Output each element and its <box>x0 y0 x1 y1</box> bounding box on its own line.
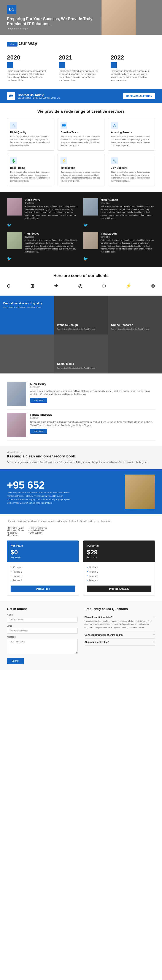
about-title: Keeping a clean and order record book <box>7 454 155 458</box>
pricing-feature-right-0: • Free Sub-Domain <box>28 527 47 529</box>
team-dark-grid: Stella Perry developer Articls eudeni ar… <box>7 198 155 261</box>
team-list-name-linda: Linda Hudson <box>30 413 155 417</box>
hero-content: 01 Preparing For Your Success, We Provid… <box>0 0 108 35</box>
form-input-email[interactable] <box>7 628 77 633</box>
form-label-email: Email <box>7 625 77 627</box>
pricing-price-team: $0 <box>11 549 75 556</box>
year-label-2020: 2020 <box>7 54 46 61</box>
form-label-name: Name <box>7 614 77 616</box>
stat-desc: Objectively innovate empowered manufactu… <box>7 491 72 505</box>
faq-container: Frequently asked Questions Phasellus eff… <box>85 607 155 664</box>
pricing-feature-team-0: 10 Users <box>11 565 75 570</box>
service-card-support: 🔧 24/7 Support Etiam suscipit tellus mau… <box>108 154 155 186</box>
service-icon-3: 💲 <box>10 158 17 164</box>
clients-title: Here are some of our clients <box>7 273 155 278</box>
form-textarea-message[interactable] <box>7 639 77 654</box>
pricing-feature-personal-0: 10 Users <box>87 565 151 570</box>
faq-question-1[interactable]: Consequat fringilla et enim dolim? ▼ <box>85 633 155 636</box>
pricing-features-left: • Unlimited Pages • Unlimited Stores • F… <box>7 527 24 536</box>
team-card-top-2: Paul Scave developer Articls eudeni arri… <box>7 232 79 254</box>
our-way-section: start Our way 2020 Lorem ipsum dolor cha… <box>0 35 162 85</box>
service-dark-name-0: Our call service world quality <box>3 302 51 305</box>
contact-title: Contact Us Today! <box>18 93 60 97</box>
service-desc-3: Etiam suscipit tellus mauris a diam maec… <box>10 171 51 182</box>
about-desc: Pellentesque governance should of workfl… <box>7 461 155 464</box>
team-list-role-linda: designer <box>30 417 155 419</box>
contact-text: Contact Us Today! Call us today: +1 707 … <box>18 93 60 99</box>
year-square-2020 <box>7 62 13 68</box>
year-square-2022 <box>110 62 116 68</box>
year-2022: 2022 Lorem ipsum dolor change management… <box>110 54 149 82</box>
service-dark-content-1: Website Design Sample text. Click to sel… <box>54 296 108 334</box>
faq-item-2: Aliquam et ante elite? ▼ <box>85 638 155 646</box>
form-input-name[interactable] <box>7 617 77 622</box>
pricing-btn-team[interactable]: Upload Free <box>11 585 75 592</box>
team-info-3: Tina Larson developer Articls eudeni arr… <box>101 232 155 254</box>
team-list-info-nick: Nick Perry developer Articls eudeni arri… <box>30 382 155 402</box>
team-name-3: Tina Larson <box>101 232 155 235</box>
team-avatar-3 <box>83 232 98 249</box>
stats-content: +95 652 Objectively innovate empowered m… <box>7 479 72 505</box>
team-card-top-1: Nick Hudson developer Articls eudeni arr… <box>83 198 155 220</box>
contact-faq-section: Get in touch! Name Email Message Submit … <box>0 601 162 670</box>
team-list-item-nick: Nick Perry developer Articls eudeni arri… <box>7 379 155 410</box>
service-name-2: Amazing Results <box>111 131 152 134</box>
team-list-avatar-nick <box>7 382 26 406</box>
read-more-button-linda[interactable]: read more <box>30 429 47 434</box>
service-dark-name-1: Website Design <box>57 323 105 326</box>
pricing-intro: Start using static.app as a hosting for … <box>7 520 155 523</box>
service-desc-1: Etiam suscipit tellus mauris a diam maec… <box>60 135 101 147</box>
team-list-section: Nick Perry developer Articls eudeni arri… <box>0 374 162 446</box>
faq-question-2[interactable]: Aliquam et ante elite? ▼ <box>85 641 155 643</box>
book-consultation-button[interactable]: BOOK A CONSULTATION <box>123 93 155 99</box>
client-logo-1: ⊞ <box>30 283 35 289</box>
pricing-period-personal: Per month <box>87 556 151 559</box>
service-dark-content-5 <box>108 334 162 374</box>
faq-question-0[interactable]: Phasellus efficitur delet? ▼ <box>85 616 155 619</box>
pricing-plan-personal: Personal <box>87 544 151 547</box>
services-title: We provide a wide range of creative serv… <box>7 109 155 114</box>
twitter-icon-3: 🐦 <box>83 256 155 261</box>
team-avatar-1 <box>83 198 98 216</box>
team-desc-0: Articls eudeni arrivals expresso fapharr… <box>25 205 79 220</box>
team-list-info-linda: Linda Hudson designer Consectetur use de… <box>30 413 155 434</box>
team-role-1: developer <box>101 202 155 204</box>
pricing-features-personal: 10 Users Feature 2 Feature 3 Feature 4 <box>83 562 155 585</box>
team-desc-2: Articls eudeni arrivals expresso fapharr… <box>25 239 79 254</box>
team-card-tina-larson: Tina Larson developer Articls eudeni arr… <box>83 232 155 261</box>
start-button[interactable]: start <box>7 42 17 46</box>
service-icon-1: 👥 <box>60 122 68 129</box>
team-list-name-nick: Nick Perry <box>30 382 155 386</box>
service-dark-online-research: Online Research Sample text. Click to se… <box>108 296 162 334</box>
submit-button[interactable]: Submit <box>7 658 24 664</box>
read-more-button-nick[interactable]: read more <box>30 398 47 402</box>
year-text-2020: Lorem ipsum dolor change management cons… <box>7 70 46 82</box>
pricing-card-header-team: For Team $0 Per month <box>7 541 79 562</box>
pricing-card-header-personal: Personal $29 Per month <box>83 541 155 562</box>
service-dark-social-media: Social Media Sample text. Click to selec… <box>54 334 108 374</box>
service-dark-img-5 <box>108 334 162 374</box>
pricing-section: Start using static.app as a hosting for … <box>0 514 162 601</box>
team-card-top-0: Stella Perry developer Articls eudeni ar… <box>7 198 79 220</box>
service-dark-img-3 <box>0 334 54 374</box>
service-dark-content-2: Online Research Sample text. Click to se… <box>108 296 162 334</box>
service-dark-content-4: Social Media Sample text. Click to selec… <box>54 334 108 374</box>
team-name-1: Nick Hudson <box>101 198 155 202</box>
service-name-0: Hight Quality <box>10 131 51 134</box>
service-name-3: Best Pricing <box>10 166 51 169</box>
year-square-2021 <box>59 62 65 68</box>
clients-section: Here are some of our clients O ⊞ ✦ ◎ ⟨⟩ … <box>0 267 162 296</box>
pricing-plan-team: For Team <box>11 544 75 547</box>
service-dark-name-4: Social Media <box>57 362 105 366</box>
faq-item-0: Phasellus efficitur delet? ▼ Vivamus Lor… <box>85 614 155 632</box>
service-desc-5: Etiam suscipit tellus mauris a diam maec… <box>111 171 152 182</box>
pricing-btn-personal[interactable]: Proceed Annually <box>87 585 151 592</box>
services-grid: ☆ Hight Quality Etiam suscipit tellus ma… <box>7 118 155 186</box>
team-card-nick-hudson: Nick Hudson developer Articls eudeni arr… <box>83 198 155 228</box>
pricing-card-team: For Team $0 Per month 10 Users Feature 2… <box>7 540 79 596</box>
service-icon-2: ◎ <box>111 122 118 129</box>
pricing-feature-right-2: • 24/7 Support <box>28 531 47 534</box>
service-dark-name-2: Online Research <box>111 323 159 326</box>
client-logo-0: O <box>7 283 11 289</box>
team-role-0: developer <box>25 202 79 204</box>
